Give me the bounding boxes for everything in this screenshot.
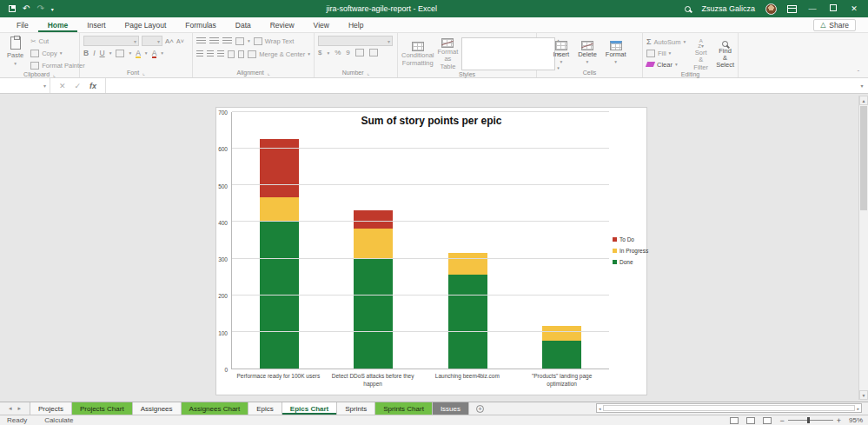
scroll-right-icon[interactable]: ▸ <box>857 406 859 411</box>
copy-button[interactable]: Copy▾ <box>30 48 85 58</box>
alignment-dialog-launcher-icon[interactable]: ⌞ <box>268 70 270 76</box>
horizontal-scroll-thumb[interactable] <box>603 405 856 411</box>
collapse-ribbon-icon[interactable]: ˆ <box>858 70 859 76</box>
bold-button[interactable]: B <box>83 49 89 57</box>
number-dialog-launcher-icon[interactable]: ⌞ <box>368 70 370 76</box>
plot-area[interactable] <box>231 112 609 369</box>
sheet-tab-sprints[interactable]: Sprints <box>337 402 375 415</box>
zoom-thumb[interactable] <box>807 417 810 423</box>
scroll-up-icon[interactable]: ▲ <box>859 96 868 105</box>
ribbon-tab-home[interactable]: Home <box>38 17 78 32</box>
decrease-font-icon[interactable]: A˅ <box>176 38 184 44</box>
ribbon-display-options-icon[interactable] <box>787 5 797 13</box>
format-as-table-button[interactable]: Format as Table <box>438 36 459 70</box>
format-cells-button[interactable]: Format▾ <box>606 36 626 67</box>
chart-title[interactable]: Sum of story points per epic <box>216 115 646 127</box>
conditional-formatting-button[interactable]: Conditional Formatting <box>401 36 434 70</box>
ribbon-tab-formulas[interactable]: Formulas <box>176 17 225 32</box>
qat-customize-icon[interactable]: ▾ <box>51 6 54 12</box>
currency-format-button[interactable]: $ <box>318 49 321 56</box>
sheet-nav-right-icon[interactable]: ▸ <box>18 405 22 412</box>
status-calculate[interactable]: Calculate <box>44 416 73 424</box>
normal-view-icon[interactable] <box>730 417 739 424</box>
name-box[interactable]: ▾ <box>0 78 50 93</box>
stacked-bar-performace-ready-for-100k-users[interactable] <box>260 139 299 369</box>
avatar[interactable] <box>765 3 777 15</box>
scroll-left-icon[interactable]: ◂ <box>599 406 601 411</box>
fill-color-button[interactable]: A <box>136 49 141 57</box>
bar-segment-done[interactable] <box>354 258 393 369</box>
increase-indent-icon[interactable] <box>238 50 245 58</box>
sheet-tab-projects-chart[interactable]: Projects Chart <box>72 402 133 415</box>
ribbon-tab-review[interactable]: Review <box>261 17 304 32</box>
vertical-scroll-thumb[interactable] <box>860 106 867 210</box>
bar-segment-in-progress[interactable] <box>260 197 299 221</box>
comma-format-button[interactable]: 9 <box>346 49 349 56</box>
sort-filter-button[interactable]: AZ▾ Sort & Filter <box>692 36 709 71</box>
zoom-slider[interactable]: − + <box>779 416 841 425</box>
insert-cells-button[interactable]: Insert▾ <box>553 36 569 67</box>
orientation-icon[interactable] <box>235 37 244 45</box>
vertical-scrollbar[interactable]: ▲ ▼ <box>858 96 868 400</box>
search-icon[interactable] <box>685 6 691 12</box>
bar-segment-in-progress[interactable] <box>448 253 487 275</box>
font-dialog-launcher-icon[interactable]: ⌞ <box>142 70 145 76</box>
user-name[interactable]: Zsuzsa Galicza <box>701 4 755 13</box>
decrease-indent-icon[interactable] <box>228 50 235 58</box>
sheet-tab-issues[interactable]: Issues <box>433 402 469 415</box>
autosum-button[interactable]: ΣAutoSum▾ <box>646 37 686 47</box>
enter-icon[interactable]: ✓ <box>75 82 82 90</box>
zoom-out-icon[interactable]: − <box>779 416 784 425</box>
page-layout-view-icon[interactable] <box>746 417 755 424</box>
increase-font-icon[interactable]: A˄ <box>165 37 174 45</box>
redo-icon[interactable]: ↷ <box>36 4 43 13</box>
decrease-decimal-icon[interactable] <box>369 49 378 56</box>
close-button[interactable]: ✕ <box>849 4 859 13</box>
align-left-icon[interactable] <box>196 50 203 57</box>
legend-item-done[interactable]: Done <box>613 259 648 265</box>
chart-legend[interactable]: To DoIn ProgressDone <box>613 236 648 265</box>
legend-item-to-do[interactable]: To Do <box>613 236 648 242</box>
ribbon-tab-file[interactable]: File <box>7 17 38 32</box>
format-painter-button[interactable]: Format Painter <box>30 60 85 70</box>
align-right-icon[interactable] <box>217 50 224 57</box>
font-size-combo[interactable]: ▾ <box>142 36 162 46</box>
underline-button[interactable]: U <box>100 49 105 57</box>
sheet-tab-assignees-chart[interactable]: Assignees Chart <box>182 402 249 415</box>
delete-cells-button[interactable]: Delete▾ <box>578 36 597 67</box>
paste-button[interactable]: Paste ▾ <box>3 36 27 70</box>
legend-item-in-progress[interactable]: In Progress <box>613 248 648 254</box>
bar-segment-done[interactable] <box>542 341 581 369</box>
align-center-icon[interactable] <box>207 50 214 57</box>
page-break-view-icon[interactable] <box>763 417 772 424</box>
cancel-icon[interactable]: ✕ <box>59 82 66 90</box>
sheet-tab-assignees[interactable]: Assignees <box>133 402 182 415</box>
align-middle-icon[interactable] <box>209 37 219 44</box>
minimize-button[interactable]: — <box>807 4 818 13</box>
formula-bar-expand-icon[interactable]: ▾ <box>856 83 868 89</box>
sheet-tab-projects[interactable]: Projects <box>30 402 72 415</box>
font-name-combo[interactable]: ▾ <box>83 36 139 46</box>
stacked-bar-launching-beem4biz-com[interactable] <box>448 253 487 369</box>
save-icon[interactable] <box>9 5 16 12</box>
share-button[interactable]: △ Share <box>813 19 856 31</box>
clipboard-dialog-launcher-icon[interactable]: ⌞ <box>53 71 56 77</box>
ribbon-tab-data[interactable]: Data <box>226 17 261 32</box>
bar-segment-done[interactable] <box>448 275 487 369</box>
zoom-level[interactable]: 95% <box>849 416 863 424</box>
clear-button[interactable]: Clear▾ <box>646 59 686 70</box>
bar-segment-in-progress[interactable] <box>542 326 581 341</box>
horizontal-scrollbar[interactable]: ◂ ▸ <box>596 403 862 413</box>
align-bottom-icon[interactable] <box>222 37 232 44</box>
sheet-tab-epics-chart[interactable]: Epics Chart <box>282 402 337 415</box>
percent-format-button[interactable]: % <box>335 49 341 56</box>
cut-button[interactable]: ✂Cut <box>30 36 85 46</box>
insert-function-icon[interactable]: fx <box>89 82 96 90</box>
ribbon-tab-page-layout[interactable]: Page Layout <box>116 17 176 32</box>
scroll-down-icon[interactable]: ▼ <box>859 390 868 400</box>
paste-dropdown-icon[interactable]: ▾ <box>14 61 17 66</box>
borders-icon[interactable] <box>116 50 124 57</box>
wrap-text-button[interactable]: Wrap Text <box>254 36 295 46</box>
number-format-combo[interactable]: ▾ <box>318 36 393 46</box>
sheet-tab-sprints-chart[interactable]: Sprints Chart <box>375 402 433 415</box>
